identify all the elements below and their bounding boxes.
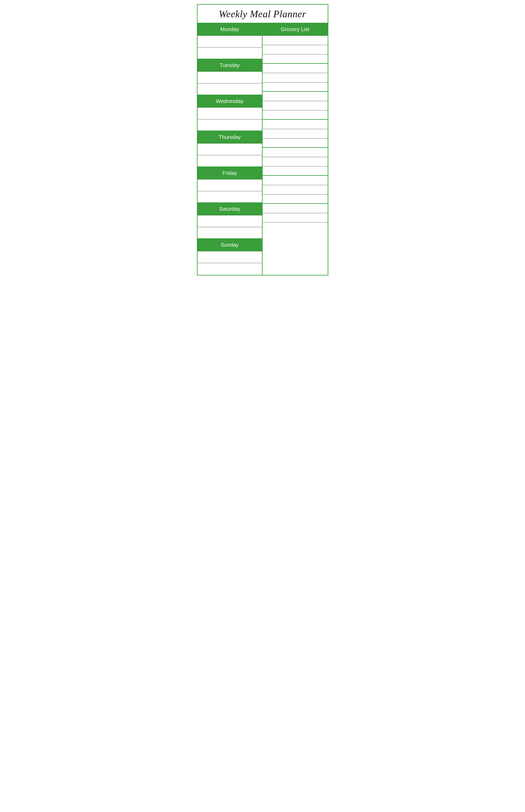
grocery-row-18[interactable] [262, 194, 328, 204]
thursday-meal-1[interactable] [197, 144, 262, 155]
grocery-row-20[interactable] [262, 213, 328, 222]
wednesday-meal-2[interactable] [197, 119, 262, 131]
grocery-row-12[interactable] [262, 139, 328, 148]
weekly-meal-planner: Weekly Meal Planner Monday Tuesday Wedne… [197, 4, 328, 275]
page-title: Weekly Meal Planner [197, 5, 328, 23]
tuesday-header: Tuesday [197, 59, 262, 72]
saturday-section: Saturday [197, 203, 262, 239]
grocery-row-5[interactable] [262, 73, 328, 83]
grocery-row-17[interactable] [262, 185, 328, 194]
grocery-row-9[interactable] [262, 111, 328, 120]
wednesday-section: Wednesday [197, 95, 262, 131]
grocery-row-14[interactable] [262, 157, 328, 166]
friday-meal-2[interactable] [197, 191, 262, 203]
grocery-row-7[interactable] [262, 92, 328, 101]
thursday-section: Thursday [197, 131, 262, 167]
grocery-list-header: Grocery List [262, 23, 328, 36]
grocery-row-15[interactable] [262, 166, 328, 176]
monday-meal-1[interactable] [197, 36, 262, 47]
saturday-header: Saturday [197, 203, 262, 215]
friday-section: Friday [197, 167, 262, 203]
monday-header: Monday [197, 23, 262, 36]
grocery-row-4[interactable] [262, 64, 328, 73]
grocery-row-13[interactable] [262, 148, 328, 157]
grocery-row-10[interactable] [262, 120, 328, 129]
grocery-row-3[interactable] [262, 54, 328, 64]
days-column: Monday Tuesday Wednesday Thursday [197, 23, 262, 275]
grocery-row-19[interactable] [262, 204, 328, 213]
main-grid: Monday Tuesday Wednesday Thursday [197, 23, 328, 275]
friday-meal-1[interactable] [197, 179, 262, 191]
saturday-meal-2[interactable] [197, 227, 262, 239]
saturday-meal-1[interactable] [197, 215, 262, 227]
sunday-header: Sunday [197, 239, 262, 251]
sunday-meal-1[interactable] [197, 251, 262, 263]
grocery-row-21[interactable] [262, 222, 328, 232]
wednesday-header: Wednesday [197, 95, 262, 107]
grocery-row-6[interactable] [262, 83, 328, 92]
grocery-row-2[interactable] [262, 45, 328, 54]
grocery-row-8[interactable] [262, 101, 328, 111]
thursday-meal-2[interactable] [197, 155, 262, 167]
monday-meal-2[interactable] [197, 47, 262, 59]
grocery-column: Grocery List [262, 23, 328, 275]
grocery-row-1[interactable] [262, 36, 328, 45]
grocery-row-16[interactable] [262, 176, 328, 185]
sunday-section: Sunday [197, 239, 262, 275]
thursday-header: Thursday [197, 131, 262, 144]
tuesday-section: Tuesday [197, 59, 262, 95]
sunday-meal-2[interactable] [197, 263, 262, 275]
tuesday-meal-2[interactable] [197, 84, 262, 95]
tuesday-meal-1[interactable] [197, 72, 262, 84]
monday-section: Monday [197, 23, 262, 59]
wednesday-meal-1[interactable] [197, 107, 262, 119]
grocery-row-11[interactable] [262, 129, 328, 139]
friday-header: Friday [197, 167, 262, 179]
